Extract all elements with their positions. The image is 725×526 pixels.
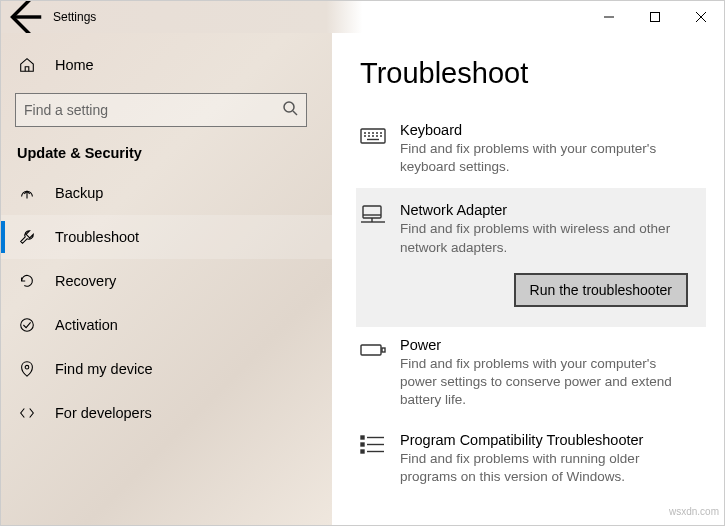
sidebar-item-label: Recovery <box>55 273 116 289</box>
sidebar-item-backup[interactable]: Backup <box>1 171 332 215</box>
window-controls <box>586 1 724 33</box>
nav-home-label: Home <box>55 57 94 73</box>
troubleshoot-item-program-compatibility[interactable]: Program Compatibility Troubleshooter Fin… <box>360 422 706 498</box>
search-icon <box>282 100 298 120</box>
troubleshoot-item-title: Network Adapter <box>400 202 694 218</box>
back-button[interactable] <box>1 1 47 33</box>
svg-rect-20 <box>363 206 381 218</box>
sidebar-item-label: Troubleshoot <box>55 229 139 245</box>
sidebar-item-label: Find my device <box>55 361 153 377</box>
app-title: Settings <box>53 10 96 24</box>
sidebar-section-header: Update & Security <box>1 141 332 171</box>
troubleshoot-item-network-adapter[interactable]: Network Adapter Find and fix problems wi… <box>356 188 706 326</box>
troubleshoot-item-title: Keyboard <box>400 122 696 138</box>
minimize-icon <box>604 12 614 22</box>
close-button[interactable] <box>678 1 724 33</box>
maximize-button[interactable] <box>632 1 678 33</box>
maximize-icon <box>650 12 660 22</box>
developers-icon <box>17 403 37 423</box>
minimize-button[interactable] <box>586 1 632 33</box>
power-icon <box>360 339 388 363</box>
sidebar-item-recovery[interactable]: Recovery <box>1 259 332 303</box>
svg-line-5 <box>293 111 297 115</box>
sidebar-item-label: For developers <box>55 405 152 421</box>
svg-rect-28 <box>361 443 364 446</box>
search-wrap <box>15 93 318 127</box>
sidebar: Home Update & Security Backup Troublesho… <box>1 33 332 525</box>
svg-rect-30 <box>361 450 364 453</box>
page-title: Troubleshoot <box>360 57 706 90</box>
search-box[interactable] <box>15 93 307 127</box>
svg-rect-26 <box>361 436 364 439</box>
troubleshoot-item-desc: Find and fix problems with wireless and … <box>400 220 694 256</box>
troubleshoot-item-desc: Find and fix problems with your computer… <box>400 355 696 410</box>
sidebar-item-label: Backup <box>55 185 103 201</box>
close-icon <box>696 12 706 22</box>
troubleshoot-item-keyboard[interactable]: Keyboard Find and fix problems with your… <box>360 112 706 188</box>
home-icon <box>17 55 37 75</box>
recovery-icon <box>17 271 37 291</box>
run-troubleshooter-button[interactable]: Run the troubleshooter <box>514 273 688 307</box>
keyboard-icon <box>360 124 388 148</box>
sidebar-item-troubleshoot[interactable]: Troubleshoot <box>1 215 332 259</box>
troubleshoot-item-desc: Find and fix problems with running older… <box>400 450 696 486</box>
activation-icon <box>17 315 37 335</box>
location-icon <box>17 359 37 379</box>
sidebar-item-find-my-device[interactable]: Find my device <box>1 347 332 391</box>
troubleshoot-icon <box>17 227 37 247</box>
nav-home[interactable]: Home <box>1 43 332 87</box>
backup-icon <box>17 183 37 203</box>
main-panel: Troubleshoot Keyboard Find and fix probl… <box>332 33 724 525</box>
sidebar-item-label: Activation <box>55 317 118 333</box>
program-compat-icon <box>360 434 388 458</box>
svg-point-6 <box>21 319 34 332</box>
sidebar-item-for-developers[interactable]: For developers <box>1 391 332 435</box>
network-adapter-icon <box>360 204 388 228</box>
titlebar: Settings <box>1 1 724 33</box>
sidebar-item-activation[interactable]: Activation <box>1 303 332 347</box>
svg-point-7 <box>25 365 29 369</box>
troubleshoot-item-title: Power <box>400 337 696 353</box>
troubleshoot-item-title: Program Compatibility Troubleshooter <box>400 432 696 448</box>
svg-rect-24 <box>361 345 381 355</box>
svg-rect-25 <box>382 348 385 352</box>
svg-rect-1 <box>651 13 660 22</box>
troubleshoot-item-desc: Find and fix problems with your computer… <box>400 140 696 176</box>
search-input[interactable] <box>24 102 282 118</box>
troubleshoot-item-power[interactable]: Power Find and fix problems with your co… <box>360 327 706 422</box>
watermark: wsxdn.com <box>669 506 719 517</box>
svg-point-4 <box>284 102 294 112</box>
content: Home Update & Security Backup Troublesho… <box>1 33 724 525</box>
